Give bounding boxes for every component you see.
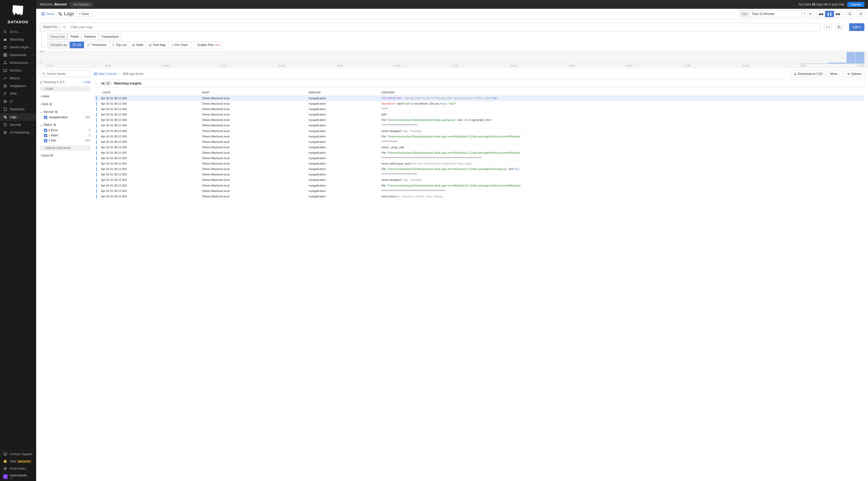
facet-search[interactable] — [40, 70, 90, 77]
nav-bottom-help[interactable]: ?HelpNEW STUFF — [0, 458, 36, 465]
col-host[interactable]: HOST — [200, 90, 307, 96]
hist-bar[interactable] — [838, 63, 846, 64]
facet-group-service[interactable]: ⌄ Service — [40, 109, 90, 115]
nav-integrations[interactable]: Integrations▸ — [0, 82, 36, 90]
options-button[interactable]: Options — [844, 70, 864, 77]
get-started-button[interactable]: Get Started ▾ — [70, 2, 93, 7]
code-toggle-button[interactable] — [824, 24, 832, 30]
time-picker[interactable]: 15m Past 15 Minutes ▾ — [740, 10, 813, 17]
search-input[interactable] — [68, 23, 818, 31]
facet-item-error[interactable]: Error0 — [40, 128, 90, 133]
nav-logs[interactable]: Logs▸ — [0, 113, 36, 121]
time-prev-button[interactable]: ◀◀ — [816, 11, 825, 17]
time-pause-button[interactable]: ❚❚ — [825, 11, 834, 17]
pin-icon[interactable] — [802, 11, 808, 17]
viz-top-list[interactable]: ☰Top List — [109, 41, 129, 48]
save-button[interactable]: + Save — [76, 11, 92, 17]
col-service[interactable]: SERVICE — [307, 90, 379, 96]
group-patterns[interactable]: Patterns — [82, 33, 99, 40]
facet-search-input[interactable] — [47, 72, 88, 76]
search-icon-button[interactable] — [846, 11, 854, 17]
time-next-button[interactable]: ▶▶ — [834, 11, 842, 17]
watchdog-insights[interactable]: › 0 Watchdog Insights — [94, 79, 864, 88]
download-csv-button[interactable]: Download as CSV — [791, 70, 826, 77]
hist-bar[interactable] — [856, 52, 864, 64]
hide-controls-button[interactable]: Hide Controls — [94, 72, 117, 76]
log-row[interactable]: Apr 02 01:38:12.303Dhees-Macbook.localmy… — [94, 178, 864, 183]
facet-checkbox[interactable] — [44, 129, 47, 132]
refresh-button[interactable] — [857, 11, 864, 17]
facet-section-core[interactable]: ⌄ CORE — [40, 86, 90, 91]
facet-group-status[interactable]: ⌄ Status — [40, 122, 90, 128]
log-row[interactable]: Apr 02 01:38:12.303Dhees-Macbook.localmy… — [94, 150, 864, 156]
nav-ux-monitoring[interactable]: UX Monitoring▸ — [0, 129, 36, 136]
chevron-down-icon[interactable]: ▾ — [808, 11, 812, 17]
viz-tree-map[interactable]: ▦Tree Map — [146, 41, 169, 48]
nav-service-mgmt[interactable]: Service Mgmt▸ — [0, 43, 36, 51]
log-row[interactable]: Apr 02 01:38:12.303Dhees-Macbook.localmy… — [94, 194, 864, 199]
viz-scatter-plot[interactable]: ⋯Scatter PlotNEW — [190, 41, 223, 48]
nav-monitors[interactable]: Monitors▸ — [0, 67, 36, 74]
org-switcher[interactable]: k kuberneteslin... Nil — [0, 472, 36, 481]
log-row[interactable]: Apr 02 01:38:12.303Dhees-Macbook.localmy… — [94, 172, 864, 178]
group-transactions[interactable]: Transactions — [98, 33, 122, 40]
nav-ci[interactable]: CI▸ — [0, 98, 36, 105]
add-button[interactable]: Add ▾ — [849, 23, 864, 31]
log-row[interactable]: Apr 02 01:38:12.304Dhees-Macbook.localmy… — [94, 123, 864, 128]
hist-bar[interactable] — [801, 63, 810, 64]
log-row[interactable]: Apr 02 01:38:12.303Dhees-Macbook.localmy… — [94, 156, 864, 161]
facet-item-warn[interactable]: Warn0 — [40, 133, 90, 138]
nav-security[interactable]: Security▸ — [0, 121, 36, 129]
facet-group-issue-id[interactable]: › Issue ID — [40, 153, 90, 158]
facet-checkbox[interactable] — [44, 134, 47, 137]
log-row[interactable]: Apr 02 01:38:12.304Dhees-Macbook.localmy… — [94, 112, 864, 118]
hist-bar[interactable] — [819, 63, 828, 64]
facet-group-host[interactable]: › Host — [40, 101, 90, 107]
nav-apm[interactable]: APM▸ — [0, 90, 36, 98]
nav-watchdog[interactable]: Watchdog — [0, 36, 36, 43]
viz-timeseries[interactable]: 📈Timeseries — [84, 41, 110, 48]
log-row[interactable]: Apr 02 01:38:12.304Dhees-Macbook.localmy… — [94, 101, 864, 107]
facet-checkbox[interactable] — [44, 116, 47, 119]
nav-bottom-invite-users[interactable]: Invite Users — [0, 465, 36, 472]
nav-metrics[interactable]: Metrics▸ — [0, 74, 36, 82]
nav-dashboards[interactable]: Dashboards▸ — [0, 51, 36, 59]
log-row[interactable]: Apr 02 01:38:12.303Dhees-Macbook.localmy… — [94, 183, 864, 188]
log-row[interactable]: Apr 02 01:38:12.304Dhees-Macbook.localmy… — [94, 96, 864, 101]
histogram[interactable]: 500 0 01:2401:2501:2601:2701:2801:2901:3… — [36, 51, 868, 68]
log-row[interactable]: Apr 02 01:38:12.303Dhees-Macbook.localmy… — [94, 128, 864, 134]
logo-area[interactable]: DATADOG — [0, 0, 36, 28]
log-row[interactable]: Apr 02 01:38:12.304Dhees-Macbook.localmy… — [94, 107, 864, 112]
nav-infrastructure[interactable]: Infrastructure▸ — [0, 59, 36, 67]
facet-group-index[interactable]: › Index — [40, 94, 90, 99]
nav-notebooks[interactable]: Notebooks▸ — [0, 105, 36, 113]
facet-item-myapplication[interactable]: myapplication866 — [40, 115, 90, 120]
facet-add-button[interactable]: + Add — [83, 81, 90, 84]
more-button[interactable]: More... — [827, 70, 842, 77]
log-row[interactable]: Apr 02 01:38:12.303Dhees-Macbook.localmy… — [94, 145, 864, 150]
copy-button[interactable] — [835, 24, 843, 30]
facet-section-error_tracking[interactable]: ⌄ ERROR TRACKING — [40, 145, 90, 151]
log-row[interactable]: Apr 02 01:38:12.303Dhees-Macbook.localmy… — [94, 188, 864, 194]
viz-list[interactable]: ☰List — [70, 41, 84, 48]
nav-go-to-[interactable]: Go to... — [0, 28, 36, 36]
upgrade-button[interactable]: Upgrade — [847, 2, 864, 7]
log-row[interactable]: Apr 02 01:38:12.303Dhees-Macbook.localmy… — [94, 134, 864, 139]
hist-bar[interactable] — [829, 63, 837, 64]
nav-bottom-contact-support[interactable]: Contact Support — [0, 451, 36, 458]
col-date[interactable]: ↓ DATE — [99, 90, 200, 96]
log-row[interactable]: Apr 02 01:38:12.303Dhees-Macbook.localmy… — [94, 167, 864, 172]
log-row[interactable]: Apr 02 01:38:12.304Dhees-Macbook.localmy… — [94, 118, 864, 123]
facet-item-info[interactable]: Info866 — [40, 138, 90, 143]
group-fields[interactable]: Fields — [68, 33, 82, 40]
hist-bar[interactable] — [846, 52, 855, 64]
viz-pie-chart[interactable]: ◔Pie Chart — [168, 41, 191, 48]
log-row[interactable]: Apr 02 01:38:12.303Dhees-Macbook.localmy… — [94, 139, 864, 145]
hist-bar[interactable] — [810, 63, 819, 64]
svg-rect-7 — [4, 55, 5, 57]
facet-checkbox[interactable] — [44, 139, 47, 142]
log-row[interactable]: Apr 02 01:38:12.303Dhees-Macbook.localmy… — [94, 161, 864, 167]
col-content[interactable]: CONTENT — [379, 90, 864, 96]
views-button[interactable]: Views — [40, 11, 56, 17]
viz-table[interactable]: ▦Table — [129, 41, 146, 48]
